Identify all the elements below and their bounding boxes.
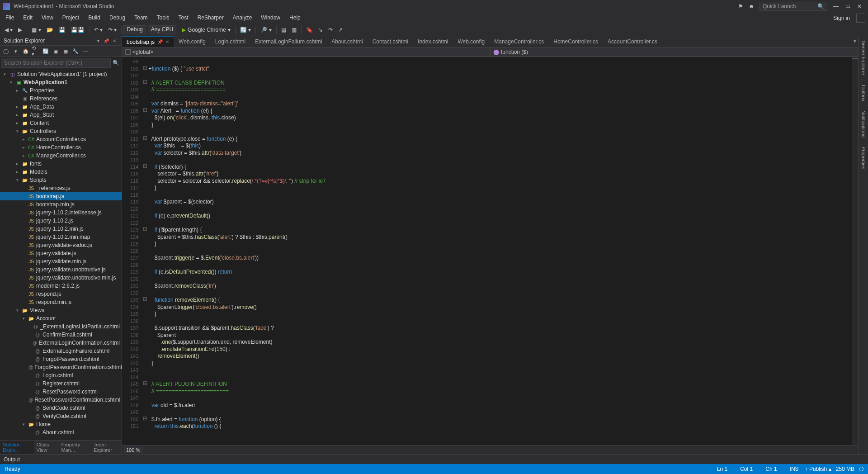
home-icon[interactable]: 🏠 bbox=[22, 47, 30, 55]
step-into-button[interactable]: ↘ bbox=[316, 26, 325, 34]
menu-test[interactable]: Test bbox=[174, 13, 193, 24]
publish-button[interactable]: ↑ Publish ▴ bbox=[805, 466, 831, 472]
search-icon[interactable]: 🔍 bbox=[111, 58, 121, 68]
tree-item[interactable]: JSbootstrap.js bbox=[0, 192, 122, 200]
tree-item[interactable]: @ResetPassword.cshtml bbox=[0, 388, 122, 396]
expander-icon[interactable]: ▸ bbox=[14, 88, 20, 93]
expander-icon[interactable]: ▸ bbox=[21, 153, 26, 158]
tree-item[interactable]: ▸📁fonts bbox=[0, 160, 122, 168]
sync-icon[interactable]: ⟲ ▾ bbox=[32, 47, 40, 55]
expander-icon[interactable]: ▸ bbox=[14, 170, 20, 174]
tree-item[interactable]: JSbootstrap.min.js bbox=[0, 200, 122, 209]
collapse-all-icon[interactable]: ▣ bbox=[52, 47, 60, 55]
tree-item[interactable]: @Login.cshtml bbox=[0, 371, 122, 379]
tree-item[interactable]: @ForgotPassword.cshtml bbox=[0, 355, 122, 363]
minimize-button[interactable]: ― bbox=[830, 2, 842, 11]
close-button[interactable]: ✕ bbox=[854, 2, 865, 11]
document-tab[interactable]: Contact.cshtml bbox=[368, 36, 413, 47]
panel-tab[interactable]: Team Explorer bbox=[91, 441, 122, 454]
comment-button[interactable]: ▤ bbox=[279, 26, 288, 34]
tree-item[interactable]: ▾📂Scripts bbox=[0, 176, 122, 184]
tree-item[interactable]: ▸C#ManageController.cs bbox=[0, 152, 122, 160]
refresh-icon[interactable]: 🔄 bbox=[42, 47, 50, 55]
menu-file[interactable]: File bbox=[1, 13, 19, 24]
menu-project[interactable]: Project bbox=[58, 13, 84, 24]
expander-icon[interactable]: ▾ bbox=[14, 308, 20, 313]
expander-icon[interactable]: ▸ bbox=[14, 161, 20, 166]
tree-item[interactable]: @ConfirmEmail.cshtml bbox=[0, 331, 122, 339]
undo-button[interactable]: ↶ ▾ bbox=[92, 26, 104, 34]
tree-item[interactable]: @About.cshtml bbox=[0, 428, 122, 436]
scope-combo-left[interactable]: <global> bbox=[122, 47, 490, 57]
tree-item[interactable]: @ForgotPasswordConfirmation.cshtml bbox=[0, 363, 122, 371]
back-icon[interactable]: ◯ bbox=[2, 47, 10, 55]
tree-item[interactable]: @ResetPasswordConfirmation.cshtml bbox=[0, 396, 122, 404]
document-tab[interactable]: Index.cshtml bbox=[413, 36, 453, 47]
tree-item[interactable]: JSjquery.validate.unobtrusive.js bbox=[0, 265, 122, 274]
start-debugging-button[interactable]: ▶ Google Chrome ▾ bbox=[179, 26, 233, 34]
document-tab[interactable]: bootstrap.js📌✕ bbox=[122, 36, 174, 47]
tree-item[interactable]: ▾📂Account bbox=[0, 314, 122, 322]
expander-icon[interactable]: ▸ bbox=[14, 113, 20, 117]
code-editor[interactable]: 9910010110210310410510610710810911011111… bbox=[122, 57, 858, 445]
expander-icon[interactable]: ▾ bbox=[14, 129, 20, 133]
tree-item[interactable]: JSjquery-1.10.2.intellisense.js bbox=[0, 209, 122, 217]
save-button[interactable]: 💾 bbox=[57, 26, 67, 34]
step-out-button[interactable]: ↗ bbox=[336, 26, 344, 34]
tab-close-icon[interactable]: ✕ bbox=[165, 39, 169, 44]
expander-icon[interactable]: ▸ bbox=[14, 121, 20, 125]
solution-platform-combo[interactable]: Any CPU bbox=[148, 25, 176, 34]
tree-item[interactable]: @SendCode.cshtml bbox=[0, 404, 122, 412]
nav-forward-button[interactable]: ▶ bbox=[16, 26, 24, 34]
menu-window[interactable]: Window bbox=[256, 13, 285, 24]
solution-explorer-search-input[interactable] bbox=[1, 58, 111, 68]
expander-icon[interactable]: ▾ bbox=[8, 80, 14, 85]
solution-tree[interactable]: ▾◫Solution 'WebApplication1' (1 project)… bbox=[0, 69, 122, 440]
tree-item[interactable]: ▸📁App_Start bbox=[0, 111, 122, 119]
user-icon[interactable] bbox=[856, 14, 865, 23]
tree-item[interactable]: JS_references.js bbox=[0, 184, 122, 192]
expander-icon[interactable]: ▸ bbox=[14, 104, 20, 109]
tree-item[interactable]: ▾📂Views bbox=[0, 306, 122, 314]
document-tab[interactable]: AccountController.cs bbox=[603, 36, 662, 47]
tree-item[interactable]: @_ExternalLoginsListPartial.cshtml bbox=[0, 322, 122, 331]
panel-close-button[interactable]: ✕ bbox=[111, 38, 118, 44]
tree-item[interactable]: ▣References bbox=[0, 95, 122, 103]
solution-config-combo[interactable]: Debug bbox=[123, 25, 146, 34]
document-tab[interactable]: Web.config bbox=[174, 36, 211, 47]
new-project-button[interactable]: ▦ ▾ bbox=[30, 26, 42, 34]
menu-debug[interactable]: Debug bbox=[105, 13, 130, 24]
tool-tab-notifications[interactable]: Notifications bbox=[860, 106, 867, 142]
sign-in-link[interactable]: Sign in bbox=[829, 13, 854, 23]
tree-item[interactable]: ▾📂Home bbox=[0, 420, 122, 428]
menu-analyze[interactable]: Analyze bbox=[228, 13, 257, 24]
find-in-files-button[interactable]: 🔎 ▾ bbox=[259, 26, 273, 34]
menu-tools[interactable]: Tools bbox=[152, 13, 174, 24]
tree-item[interactable]: ▸C#AccountController.cs bbox=[0, 135, 122, 143]
zoom-combo[interactable]: 100 % bbox=[124, 447, 142, 453]
tree-item[interactable]: JSjquery.validate.min.js bbox=[0, 257, 122, 265]
tree-item[interactable]: JSjquery.validate.unobtrusive.min.js bbox=[0, 274, 122, 282]
code-content[interactable]: +function ($) { "use strict"; // ALERT C… bbox=[148, 57, 852, 445]
nav-back-button[interactable]: ◀ ▾ bbox=[3, 26, 14, 34]
preview-icon[interactable]: ― bbox=[81, 47, 90, 55]
document-tab[interactable]: Web.config bbox=[453, 36, 490, 47]
panel-tab[interactable]: Property Man... bbox=[59, 441, 91, 454]
document-tab[interactable]: HomeController.cs bbox=[549, 36, 603, 47]
tree-item[interactable]: ▸📁Models bbox=[0, 168, 122, 176]
expander-icon[interactable]: ▸ bbox=[21, 145, 26, 150]
tree-item[interactable]: JSjquery-1.10.2.min.js bbox=[0, 225, 122, 233]
tree-item[interactable]: ▸C#HomeController.cs bbox=[0, 143, 122, 152]
output-panel-header[interactable]: Output bbox=[0, 454, 868, 464]
tree-item[interactable]: ▸🔧Properties bbox=[0, 86, 122, 95]
tool-tab-server-explorer[interactable]: Server Explorer bbox=[860, 36, 867, 80]
expander-icon[interactable]: ▸ bbox=[21, 137, 26, 142]
expander-icon[interactable]: ▾ bbox=[21, 422, 26, 427]
menu-edit[interactable]: Edit bbox=[19, 13, 37, 24]
uncomment-button[interactable]: ▥ bbox=[290, 26, 298, 34]
tree-item[interactable]: JSrespond.min.js bbox=[0, 298, 122, 306]
step-over-button[interactable]: ↷ bbox=[326, 26, 335, 34]
tree-item[interactable]: JSjquery-1.10.2.js bbox=[0, 217, 122, 225]
tool-tab-properties[interactable]: Properties bbox=[860, 142, 867, 174]
expander-icon[interactable]: ▾ bbox=[2, 72, 7, 76]
